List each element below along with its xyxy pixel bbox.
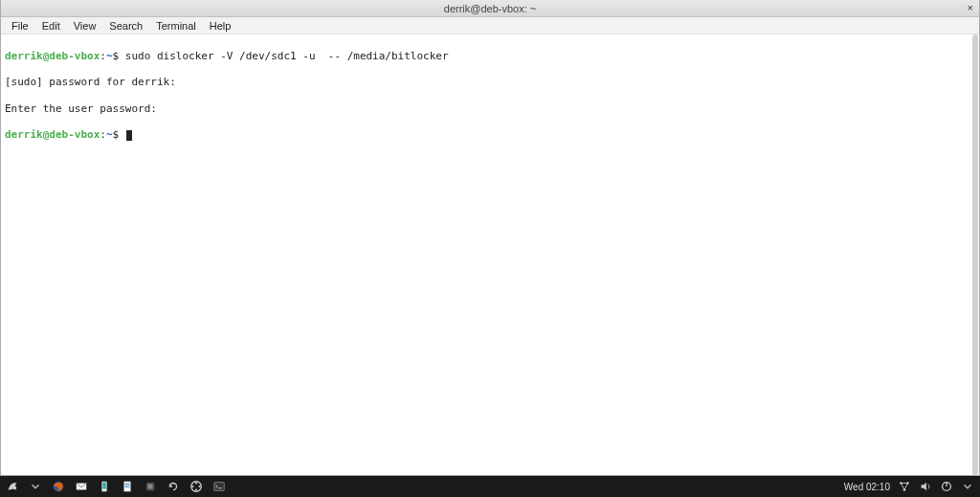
svg-rect-15 — [214, 483, 225, 491]
chevron-down-icon[interactable] — [29, 480, 42, 493]
network-icon[interactable] — [898, 480, 911, 493]
svg-point-13 — [195, 488, 197, 490]
prompt-path: ~ — [106, 128, 113, 141]
phone-icon[interactable] — [98, 480, 111, 493]
cursor-block — [126, 130, 132, 141]
clock[interactable]: Wed 02:10 — [844, 482, 890, 492]
mail-icon[interactable] — [75, 480, 88, 493]
terminal-window: derrik@deb-vbox: ~ × File Edit View Sear… — [0, 0, 980, 476]
window-title: derrik@deb-vbox: ~ — [444, 3, 536, 14]
prompt-sep: : — [100, 128, 106, 141]
prompt-symbol: $ — [113, 128, 120, 141]
svg-rect-7 — [124, 486, 129, 487]
menu-edit[interactable]: Edit — [37, 18, 65, 34]
prompt-userhost: derrik@deb-vbox — [5, 50, 100, 62]
panel-right: Wed 02:10 — [844, 480, 974, 493]
prompt-path: ~ — [106, 50, 113, 62]
files-icon[interactable] — [144, 480, 157, 493]
svg-point-14 — [191, 486, 193, 487]
menu-help[interactable]: Help — [205, 18, 236, 34]
svg-rect-5 — [124, 484, 129, 485]
volume-icon[interactable] — [919, 480, 932, 493]
refresh-icon[interactable] — [167, 480, 180, 493]
menu-search[interactable]: Search — [104, 18, 147, 34]
panel-left — [6, 480, 226, 493]
close-icon[interactable]: × — [968, 2, 973, 13]
chevron-down-icon[interactable] — [961, 480, 974, 493]
power-icon[interactable] — [940, 480, 953, 493]
terminal-taskbar-icon[interactable] — [212, 480, 226, 493]
firefox-icon[interactable] — [52, 480, 65, 493]
document-icon[interactable] — [121, 480, 134, 493]
svg-rect-3 — [102, 483, 106, 489]
svg-rect-9 — [147, 484, 152, 488]
applications-menu-icon[interactable] — [6, 480, 19, 493]
menu-terminal[interactable]: Terminal — [151, 18, 201, 34]
titlebar[interactable]: derrik@deb-vbox: ~ × — [1, 0, 979, 17]
bottom-panel: Wed 02:10 — [0, 476, 980, 497]
scrollbar[interactable] — [972, 34, 978, 475]
svg-rect-6 — [124, 485, 129, 486]
terminal-area[interactable]: derrik@deb-vbox:~$ sudo dislocker -V /de… — [1, 34, 979, 475]
output-line: Enter the user password: — [5, 102, 975, 116]
menu-file[interactable]: File — [7, 18, 33, 34]
prompt-sep: : — [100, 50, 106, 62]
svg-point-11 — [195, 482, 197, 484]
svg-point-12 — [198, 486, 200, 487]
output-line: [sudo] password for derrik: — [5, 76, 975, 89]
prompt-userhost: derrik@deb-vbox — [5, 128, 100, 141]
prompt-symbol: $ — [113, 50, 120, 62]
command-text: sudo dislocker -V /dev/sdc1 -u -- /media… — [125, 50, 449, 62]
menu-view[interactable]: View — [69, 18, 101, 34]
gnome-circle-icon[interactable] — [189, 480, 203, 493]
menubar: File Edit View Search Terminal Help — [1, 17, 979, 34]
